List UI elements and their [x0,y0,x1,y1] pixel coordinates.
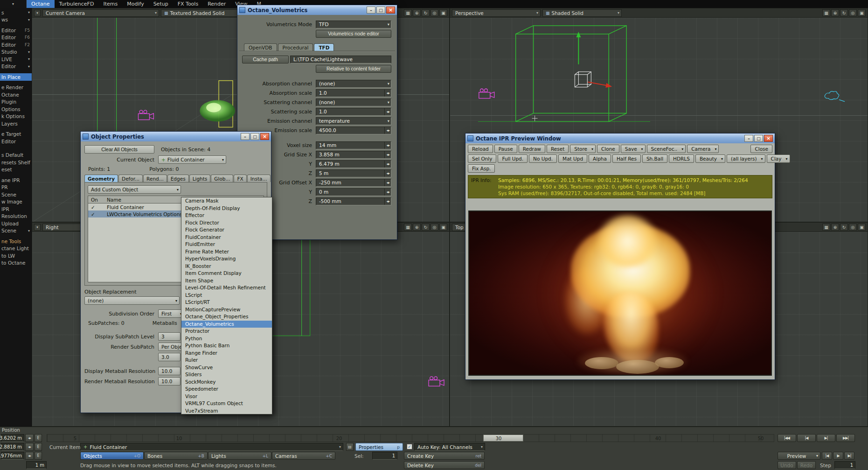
item-list-button[interactable]: ▤ [346,443,354,451]
delete-key-button[interactable]: Delete Keydel [404,461,485,469]
object-properties-tab[interactable]: Lights [189,175,211,182]
menu-item[interactable]: Modify [122,0,148,8]
stepper-arrows-icon[interactable] [384,179,389,186]
popup-list-item[interactable]: Visor [181,393,272,400]
sidebar-item[interactable] [0,145,32,148]
edit-mode-button[interactable]: Lights+L [208,452,271,460]
sidebar-item[interactable]: e Render [0,84,32,91]
sidebar-item[interactable]: Layers [0,120,32,127]
popup-list-item[interactable]: Depth-Of-Field Display [181,205,272,212]
object-properties-tab[interactable]: Insta... [247,175,271,182]
cache-path-field[interactable]: L:\TFD Cache\Lightwave [290,56,391,63]
close-button[interactable] [260,133,269,140]
render-metaball-field[interactable]: 10.0 [158,377,181,386]
popup-list-item[interactable]: HyperVoxelsDrawing [181,255,272,263]
octane-parameter-field[interactable]: 4500.0 [316,126,391,134]
right-view-select[interactable]: Right [42,224,84,231]
sidebar-item[interactable]: w Image [0,198,32,206]
popup-list-item[interactable]: LScript [181,292,272,299]
store-dropdown[interactable]: Store [570,145,596,153]
stepper-arrows-icon[interactable] [384,108,389,115]
perspective-shading-select[interactable]: ▦Shaded Solid [542,9,622,17]
position-z-field[interactable]: 54.9776mm [1,452,24,460]
octane-window-titlebar[interactable]: Octane_Volumetrics [237,5,397,15]
autokey-select[interactable]: Auto Key: All Channels [414,443,485,451]
prev-keyframe-button[interactable]: |◀ [797,434,816,442]
render-subpatch-level-field[interactable]: 3.0 [158,353,181,361]
stepper-arrows-icon[interactable] [384,151,389,158]
ipr-render-preview[interactable] [468,210,772,376]
clone-button[interactable]: Clone [597,145,619,153]
volumetrics-node-editor-button[interactable]: Volumetrics node editor [316,30,391,38]
sidebar-item[interactable]: LIVE [0,56,32,63]
viewport-menu-icon[interactable]: ▾ [34,224,41,231]
stepper-arrows-icon[interactable] [384,189,389,196]
grid-icon[interactable]: ▦ [404,224,412,231]
sidebar-item[interactable]: k Options [0,113,32,120]
edit-mode-button[interactable]: Bones+B [144,452,208,460]
maximize-icon[interactable]: ▣ [439,224,447,231]
current-object-select[interactable]: +Fluid Container [158,155,226,164]
popup-list-item[interactable]: SockMonkey [181,379,272,386]
sidebar-item[interactable] [0,81,32,84]
enabled-check-icon[interactable]: ✓ [88,211,105,217]
preview-first-button[interactable]: |◀ [822,452,832,460]
maximize-button[interactable] [376,7,385,14]
orbit-icon[interactable]: ↻ [840,224,848,231]
octane-parameter-field[interactable]: (none) [316,98,391,106]
octane-tab[interactable]: TFD [314,43,334,51]
stepper-arrows-icon[interactable] [384,170,389,177]
sidebar-item[interactable] [0,148,32,152]
reset-button[interactable]: Reset [547,145,569,153]
viewport-menu-icon[interactable]: ▾ [34,10,41,16]
sidebar-item[interactable]: s Default [0,152,32,159]
sidebar-item[interactable] [0,70,32,73]
popup-list-item[interactable]: Effector [181,212,272,219]
grid-size-field[interactable]: 1 m [26,461,47,469]
pan-icon[interactable]: ⊕ [831,9,839,16]
sidebar-item[interactable]: Editor F2 [0,41,32,49]
menu-item[interactable]: TurbulenceFD [55,0,99,8]
popup-list-item[interactable]: Level-Of-Detail Mesh Refinement [181,284,272,292]
edit-mode-button[interactable]: Cameras+C [272,452,335,460]
chevron-down-icon[interactable] [388,118,389,125]
pan-icon[interactable]: ⊕ [413,224,421,231]
stepper-arrows-icon[interactable] [384,161,389,168]
octane-parameter-field[interactable]: 1.0 [316,89,391,97]
zoom-icon[interactable]: ◎ [849,9,857,16]
sidebar-item[interactable]: Scene [0,191,32,198]
sidebar-item[interactable]: IPR [0,205,32,213]
add-custom-object-dropdown[interactable]: Add Custom Object [88,185,181,194]
sel-only-button[interactable]: Sel Only [468,154,496,163]
menu-item[interactable]: Items [98,0,122,8]
popup-list-item[interactable]: Flock Generator [181,226,272,234]
properties-button[interactable]: Propertiesp [355,443,403,451]
pan-icon[interactable]: ⊕ [831,224,839,231]
display-metaball-field[interactable]: 10.0 [158,367,181,375]
reload-button[interactable]: Reload [468,145,493,153]
menu-item[interactable]: Setup [149,0,173,8]
redo-button[interactable]: Redo [797,461,816,469]
mat-update-button[interactable]: Mat Upd [558,154,587,163]
object-replacement-select[interactable]: (none) [84,296,180,305]
object-properties-tab[interactable]: Glob... [211,175,233,182]
sidebar-item[interactable]: to Octane [0,260,32,267]
popup-list-item[interactable]: ShowCurve [181,364,272,372]
orbit-icon[interactable]: ↻ [422,9,430,16]
popup-list-item[interactable]: Item Comment Display [181,270,272,277]
x-stepper-icon[interactable] [25,434,34,442]
octane-grid-field[interactable]: -500 mm [316,197,391,205]
beauty-pass-dropdown[interactable]: Beauty [695,154,725,163]
popup-list-item[interactable]: VRML97 Custom Object [181,400,272,407]
subdivision-order-select[interactable]: First [158,309,184,318]
y-envelope-button[interactable]: E [35,443,42,451]
popup-list-item[interactable]: Protractor [181,328,272,335]
full-update-button[interactable]: Full Upd. [498,154,528,163]
octane-tab[interactable]: Procedural [278,43,313,51]
maximize-icon[interactable]: ▣ [858,9,866,16]
z-envelope-button[interactable]: E [35,452,42,460]
popup-list-item[interactable]: Camera Mask [181,197,272,205]
popup-list-item[interactable]: MotionCapturePreview [181,306,272,314]
popup-list-item[interactable]: Item Shape [181,277,272,285]
step-field[interactable]: 1 [834,461,855,469]
